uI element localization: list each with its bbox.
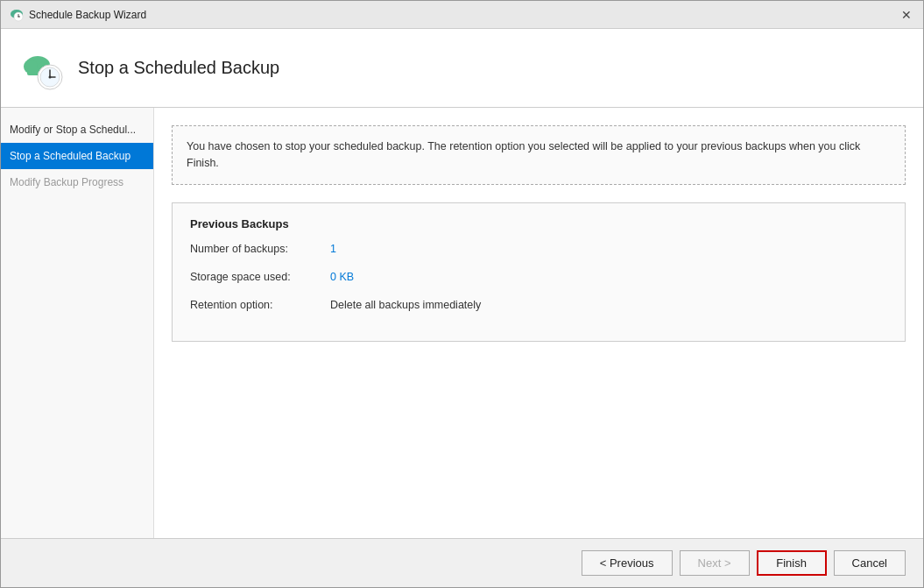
title-bar-left: Schedule Backup Wizard bbox=[10, 8, 146, 22]
header-icon bbox=[18, 46, 64, 91]
app-icon bbox=[10, 8, 24, 22]
value-num-backups: 1 bbox=[330, 243, 336, 255]
data-panel-title: Previous Backups bbox=[190, 217, 887, 230]
value-storage-used: 0 KB bbox=[330, 271, 354, 283]
title-bar: Schedule Backup Wizard ✕ bbox=[1, 1, 923, 29]
data-panel: Previous Backups Number of backups: 1 St… bbox=[172, 202, 906, 342]
info-text: You have chosen to stop your scheduled b… bbox=[187, 140, 860, 169]
page-title: Stop a Scheduled Backup bbox=[78, 58, 279, 78]
header-area: Stop a Scheduled Backup bbox=[1, 29, 923, 108]
previous-button[interactable]: < Previous bbox=[582, 550, 673, 576]
table-row: Storage space used: 0 KB bbox=[190, 271, 887, 283]
table-row: Number of backups: 1 bbox=[190, 243, 887, 255]
label-retention: Retention option: bbox=[190, 299, 330, 311]
title-bar-text: Schedule Backup Wizard bbox=[29, 9, 146, 21]
close-button[interactable]: ✕ bbox=[899, 7, 914, 23]
cancel-button[interactable]: Cancel bbox=[834, 550, 906, 576]
label-num-backups: Number of backups: bbox=[190, 243, 330, 255]
next-button[interactable]: Next > bbox=[680, 550, 750, 576]
cloud-clock-svg bbox=[18, 46, 64, 91]
svg-point-15 bbox=[49, 75, 52, 78]
main-content: Modify or Stop a Schedul... Stop a Sched… bbox=[1, 108, 923, 538]
footer: < Previous Next > Finish Cancel bbox=[1, 538, 923, 587]
sidebar-item-modify-progress: Modify Backup Progress bbox=[1, 169, 153, 195]
info-box: You have chosen to stop your scheduled b… bbox=[172, 125, 906, 185]
label-storage-used: Storage space used: bbox=[190, 271, 330, 283]
content-area: You have chosen to stop your scheduled b… bbox=[154, 108, 923, 538]
table-row: Retention option: Delete all backups imm… bbox=[190, 299, 887, 311]
sidebar: Modify or Stop a Schedul... Stop a Sched… bbox=[1, 108, 154, 538]
value-retention: Delete all backups immediately bbox=[330, 299, 481, 311]
sidebar-item-stop-backup[interactable]: Stop a Scheduled Backup bbox=[1, 143, 153, 169]
svg-point-5 bbox=[18, 16, 19, 18]
main-window: Schedule Backup Wizard ✕ Stop a Schedule… bbox=[0, 0, 924, 588]
finish-button[interactable]: Finish bbox=[757, 550, 827, 576]
sidebar-item-modify-or-stop[interactable]: Modify or Stop a Schedul... bbox=[1, 117, 153, 143]
